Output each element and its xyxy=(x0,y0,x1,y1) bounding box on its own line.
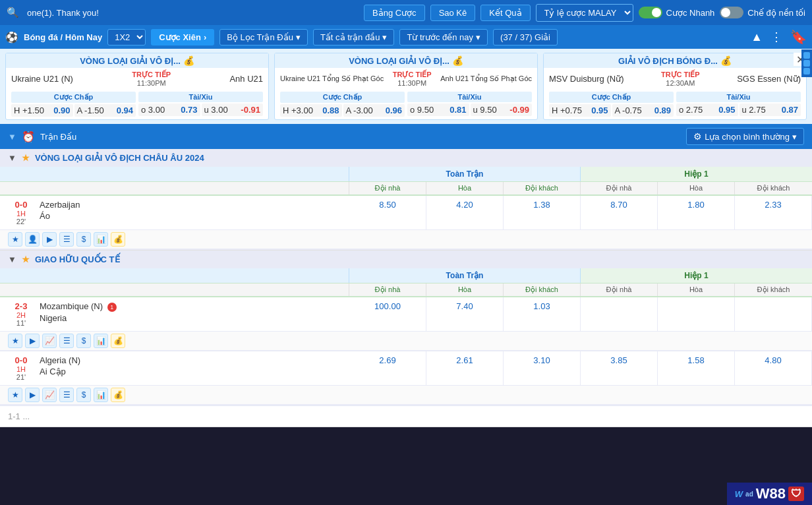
league-section-1: ▼ ★ VÒNG LOẠI GIẢI VÔ ĐỊCH CHÂU ÂU 2024 … xyxy=(0,149,812,251)
live-c3-odds-3[interactable]: u 2.75 0.87 xyxy=(740,104,801,116)
match-3-score: 0-0 xyxy=(15,355,28,365)
league-2-name: GIAO HỮU QUỐC TẾ xyxy=(35,254,120,264)
match-2-dollar-icon[interactable]: $ xyxy=(76,334,91,348)
col-doi-nha-h1-2: Đội nhà xyxy=(581,283,658,296)
notification-text: one(1). Thank you! xyxy=(27,8,359,18)
league-header-1: ▼ ★ VÒNG LOẠI GIẢI VÔ ĐỊCH CHÂU ÂU 2024 xyxy=(0,149,812,167)
collapse-icon[interactable]: ▼ xyxy=(8,132,16,142)
time-range-button[interactable]: Từ trước đến nay ▾ xyxy=(399,29,488,45)
live-card-2-home: Ukraine U21 Tổng Số Phạt Góc xyxy=(280,74,384,83)
live-c2-odds-1[interactable]: o 9.50 0.81 xyxy=(407,104,469,116)
league-1-expand[interactable]: ▼ xyxy=(8,153,16,163)
toan-tran-header-2: Toàn Trận xyxy=(349,268,581,283)
live-c3-odds-0[interactable]: H +0.75 0.95 xyxy=(549,104,611,117)
more-matches-hint: 1-1 ... xyxy=(0,405,812,427)
bet-type-select[interactable]: 1X2 xyxy=(107,29,146,45)
match-1-odds-home[interactable]: 8.50 xyxy=(349,196,426,229)
match-1-dollar-icon[interactable]: $ xyxy=(76,232,91,247)
live-card-1-odds: Cược Chấp H +1.50 0.90 A -1.50 0.94 Tài/… xyxy=(6,90,268,119)
match-3-h1-draw[interactable]: 1.58 xyxy=(658,351,735,385)
live-card-2-status: TRỰC TIẾP xyxy=(393,71,432,79)
cuoc-nhanh-toggle[interactable] xyxy=(639,7,662,18)
match-3-dollar-icon[interactable]: $ xyxy=(76,388,91,402)
count-button[interactable]: (37 / 37) Giải xyxy=(493,29,558,45)
bookmark-icon[interactable]: 🔖 xyxy=(790,29,807,45)
match-1-person-icon[interactable]: 👤 xyxy=(25,232,40,247)
odds-type-select[interactable]: Tỷ lệ cược MALAY xyxy=(536,4,633,22)
ket-qua-button[interactable]: Kết Quả xyxy=(480,5,530,21)
match-2-odds-away[interactable]: 1.03 xyxy=(504,297,581,331)
match-3-coin-icon[interactable]: 💰 xyxy=(111,388,125,402)
league-2-expand[interactable]: ▼ xyxy=(8,254,16,264)
match-3-odds-home[interactable]: 2.69 xyxy=(349,351,426,385)
live-card-1-tai-xiu: Tài/Xiu o 3.00 0.73 u 3.00 -0.91 xyxy=(138,92,263,117)
col-doi-nha-2: Đội nhà xyxy=(349,283,426,296)
match-1-chart-icon[interactable]: 📊 xyxy=(94,232,108,247)
tat-ca-tran-dau-button[interactable]: Tất cả trận đầu ▾ xyxy=(313,29,395,45)
che-do-nen-toi-label: Chế độ nền tối xyxy=(747,8,805,18)
match-2-odds-home[interactable]: 100.00 xyxy=(349,297,426,331)
toan-tran-header-1: Toàn Trận xyxy=(349,167,581,181)
odds-a-1-50[interactable]: A -1.50 0.94 xyxy=(74,104,136,117)
live-c2-odds-0[interactable]: H +3.00 0.88 xyxy=(280,104,342,117)
live-c2-odds-3[interactable]: u 9.50 -0.99 xyxy=(471,104,533,116)
hiep1-header-1: Hiệp 1 xyxy=(581,167,812,181)
live-c2-odds-2[interactable]: A -3.00 0.96 xyxy=(343,104,405,117)
match-2-odds-draw[interactable]: 7.40 xyxy=(426,297,504,331)
match-1-home: Azerbaijan xyxy=(40,200,341,210)
match-1-star-icon[interactable]: ★ xyxy=(8,232,22,247)
odds-o-3-00[interactable]: o 3.00 0.73 xyxy=(138,104,200,116)
live-card-1-header: VÒNG LOẠI GIẢI VÔ ĐỊ... 💰 xyxy=(6,53,268,68)
league-1-star[interactable]: ★ xyxy=(22,153,30,163)
live-card-2-odds: Cược Chấp H +3.00 0.88 A -3.00 0.96 Tài/… xyxy=(275,90,537,119)
cuoc-xien-button[interactable]: Cược Xiên › xyxy=(151,29,214,45)
match-2-stats-icon[interactable]: 📈 xyxy=(42,334,57,348)
odds-u-3-00[interactable]: u 3.00 -0.91 xyxy=(202,104,264,116)
match-2-play-icon[interactable]: ▶ xyxy=(25,334,40,348)
match-1-coin-icon[interactable]: 💰 xyxy=(111,232,125,247)
sao-ke-button[interactable]: Sao Kê xyxy=(430,5,476,21)
match-2-score: 2-3 xyxy=(15,301,28,311)
odds-h-1-50[interactable]: H +1.50 0.90 xyxy=(11,104,73,117)
bang-cuoc-button[interactable]: Bảng Cược xyxy=(364,5,425,21)
lua-chon-button[interactable]: ⚙ Lựa chọn bình thường ▾ xyxy=(686,128,804,145)
match-3-h1-home[interactable]: 3.85 xyxy=(581,351,658,385)
live-card-3-time: 12:30AM xyxy=(661,79,700,87)
match-1-play-icon[interactable]: ▶ xyxy=(42,232,57,247)
match-3-star-icon[interactable]: ★ xyxy=(8,388,22,402)
hiep1-header-2: Hiệp 1 xyxy=(581,268,812,283)
match-1-odds-away[interactable]: 1.38 xyxy=(504,196,581,229)
match-3-play-icon[interactable]: ▶ xyxy=(25,388,40,402)
col-doi-khach-h1-2: Đội khách xyxy=(735,283,812,296)
arrow-up-icon[interactable]: ▲ xyxy=(751,30,763,44)
match-2-list-icon[interactable]: ☰ xyxy=(59,334,74,348)
match-2-chart-icon[interactable]: 📊 xyxy=(94,334,108,348)
match-3-h1-away[interactable]: 4.80 xyxy=(735,351,812,385)
dots-icon[interactable]: ⋮ xyxy=(770,30,782,44)
match-2-star-icon[interactable]: ★ xyxy=(8,334,22,348)
live-c3-odds-2[interactable]: A -0.75 0.89 xyxy=(612,104,674,117)
league-section-2: ▼ ★ GIAO HỮU QUỐC TẾ Toàn Trận Hiệp 1 Độ… xyxy=(0,251,812,427)
col-doi-nha-h1-1: Đội nhà xyxy=(581,182,658,194)
match-2-h1-draw xyxy=(658,297,735,331)
match-1-h1-away[interactable]: 2.33 xyxy=(735,196,812,229)
che-do-nen-toi-toggle[interactable] xyxy=(720,7,743,18)
league-2-star[interactable]: ★ xyxy=(22,254,30,264)
live-card-2-teams: Ukraine U21 Tổng Số Phạt Góc TRỰC TIẾP 1… xyxy=(275,68,537,90)
match-1-h1-draw[interactable]: 1.80 xyxy=(658,196,735,229)
live-card-1-home: Ukraine U21 (N) xyxy=(11,74,73,84)
match-2-time: 11' xyxy=(16,319,26,327)
match-1-odds-draw[interactable]: 4.20 xyxy=(426,196,504,229)
match-3-stats-icon[interactable]: 📈 xyxy=(42,388,57,402)
match-1-h1-home[interactable]: 8.70 xyxy=(581,196,658,229)
match-3-odds-draw[interactable]: 2.61 xyxy=(426,351,504,385)
match-3-list-icon[interactable]: ☰ xyxy=(59,388,74,402)
match-3-odds-away[interactable]: 3.10 xyxy=(504,351,581,385)
match-1-list-icon[interactable]: ☰ xyxy=(59,232,74,247)
match-3-chart-icon[interactable]: 📊 xyxy=(94,388,108,402)
match-row-1: 0-0 1H 22' Azerbaijan Áo 8.50 4.20 1.38 … xyxy=(0,196,812,230)
live-c3-odds-1[interactable]: o 2.75 0.95 xyxy=(676,104,738,116)
bo-loc-tran-dau-button[interactable]: Bộ Lọc Trận Đấu ▾ xyxy=(219,29,308,45)
match-2-coin-icon[interactable]: 💰 xyxy=(111,334,125,348)
match-2-badge: 1 xyxy=(107,303,117,312)
